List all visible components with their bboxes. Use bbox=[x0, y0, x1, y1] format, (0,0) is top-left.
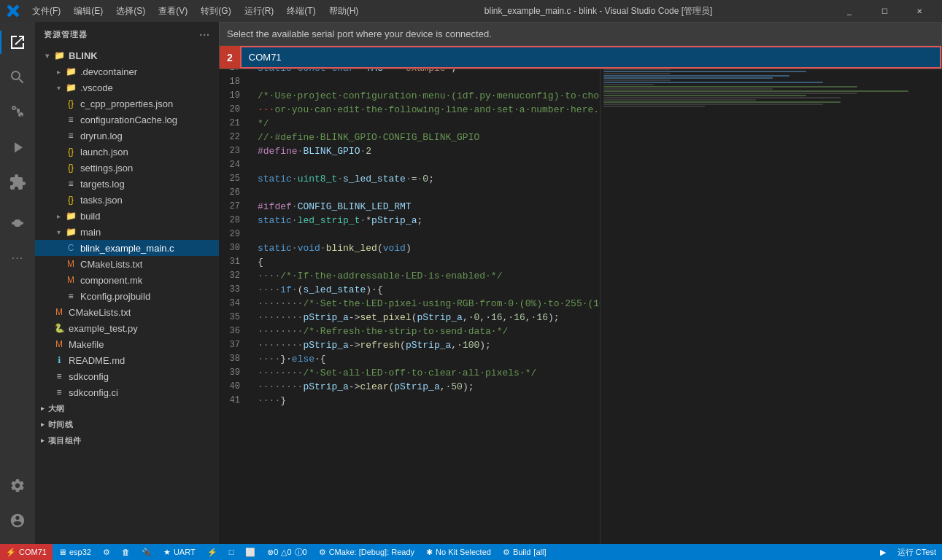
tree-item-main[interactable]: ▾ 📁 main bbox=[35, 224, 219, 240]
tree-item-component-mk[interactable]: M component.mk bbox=[35, 272, 219, 288]
tree-item-cprop[interactable]: {} c_cpp_properties.json bbox=[35, 96, 219, 112]
menu-select[interactable]: 选择(S) bbox=[110, 4, 151, 19]
status-com71[interactable]: ⚡ COM71 bbox=[0, 544, 53, 560]
code-line-31: { bbox=[258, 255, 600, 269]
monitor-icon: □ bbox=[229, 548, 234, 556]
vscode-logo-icon bbox=[6, 4, 20, 18]
code-line-21: */ bbox=[258, 117, 600, 131]
code-line-37: ········pStrip_a->refresh(pStrip_a,·100)… bbox=[258, 338, 600, 352]
status-no-kit[interactable]: ✱ No Kit Selected bbox=[420, 544, 497, 560]
code-line-24 bbox=[258, 158, 600, 172]
sidebar-project-components[interactable]: ▸ 项目组件 bbox=[35, 432, 219, 448]
dropdown-search-text: Select the available serial port where y… bbox=[220, 23, 941, 46]
serial-port-dropdown[interactable]: Select the available serial port where y… bbox=[219, 22, 942, 69]
tree-item-example-test[interactable]: 🐍 example_test.py bbox=[35, 320, 219, 336]
activity-debug[interactable] bbox=[0, 130, 35, 165]
code-line-41: ····} bbox=[258, 394, 600, 408]
menu-edit[interactable]: 编辑(E) bbox=[68, 4, 109, 19]
code-line-28: static·led_strip_t·*pStrip_a; bbox=[258, 214, 600, 228]
activity-bar: ··· bbox=[0, 22, 35, 544]
code-line-33: ····if·(s_led_state)·{ bbox=[258, 283, 600, 297]
code-line-30: static·void·blink_led(void) bbox=[258, 241, 600, 255]
sidebar-outline[interactable]: ▸ 大纲 bbox=[35, 400, 219, 416]
status-openocd[interactable]: ⬜ bbox=[239, 544, 261, 560]
trash-icon: 🗑 bbox=[122, 548, 130, 556]
sidebar: 资源管理器 ··· ▾ 📁 BLINK ▸ 📁 .devcontainer ▾ … bbox=[35, 22, 219, 544]
menu-terminal[interactable]: 终端(T) bbox=[281, 4, 321, 19]
activity-settings[interactable] bbox=[0, 468, 35, 503]
tree-item-vscode[interactable]: ▾ 📁 .vscode bbox=[35, 79, 219, 96]
code-line-20: ···or·you·can·edit·the·following·line·an… bbox=[258, 103, 600, 117]
tree-item-targets[interactable]: ≡ targets.log bbox=[35, 176, 219, 192]
sidebar-timeline[interactable]: ▸ 时间线 bbox=[35, 416, 219, 432]
tree-item-sdkconfig-ci[interactable]: ≡ sdkconfig.ci bbox=[35, 384, 219, 400]
activity-source-control[interactable] bbox=[0, 95, 35, 130]
minimize-button[interactable]: ⎯ bbox=[833, 0, 866, 22]
status-uart[interactable]: ★ UART bbox=[158, 544, 201, 560]
status-flash[interactable]: ⚡ bbox=[201, 544, 223, 560]
tree-item-cmake-root[interactable]: M CMakeLists.txt bbox=[35, 304, 219, 320]
line-numbers: 16 17 18 19 20 21 22 23 24 25 26 27 28 2… bbox=[219, 47, 252, 544]
code-content[interactable]: static·const·char·*TAG·=·"example"; /*·U… bbox=[252, 47, 600, 544]
main-area: ··· 资源管理器 ··· ▾ 📁 BLINK ▸ bbox=[0, 22, 942, 544]
tree-item-kconfig[interactable]: ≡ Kconfig.projbuild bbox=[35, 288, 219, 304]
tree-item-dryrun[interactable]: ≡ dryrun.log bbox=[35, 128, 219, 144]
sidebar-tree: ▾ 📁 BLINK ▸ 📁 .devcontainer ▾ 📁 .vscode … bbox=[35, 47, 219, 544]
status-esp32[interactable]: 🖥 esp32 bbox=[53, 544, 97, 560]
code-line-27: #ifdef·CONFIG_BLINK_LED_RMT bbox=[258, 200, 600, 214]
status-plug[interactable]: 🔌 bbox=[136, 544, 158, 560]
menu-help[interactable]: 帮助(H) bbox=[323, 4, 365, 19]
status-monitor[interactable]: □ bbox=[223, 544, 240, 560]
settings-gear-icon: ⚙ bbox=[103, 548, 110, 557]
status-trash[interactable]: 🗑 bbox=[116, 544, 136, 560]
code-line-29 bbox=[258, 228, 600, 241]
activity-account[interactable] bbox=[0, 503, 35, 538]
status-run-arrow[interactable]: ▶ bbox=[874, 544, 892, 560]
activity-explorer[interactable] bbox=[0, 25, 35, 60]
chip-icon: 🖥 bbox=[58, 548, 66, 556]
dropdown-item-com71[interactable]: COM71 bbox=[240, 46, 941, 69]
dropdown-number: 2 bbox=[220, 46, 240, 69]
tree-item-blink[interactable]: ▾ 📁 BLINK bbox=[35, 47, 219, 63]
status-errors[interactable]: ⊗0 △0 ⓘ0 bbox=[261, 544, 312, 560]
tree-item-cmake-inner[interactable]: M CMakeLists.txt bbox=[35, 256, 219, 272]
activity-more[interactable]: ··· bbox=[0, 241, 35, 276]
tree-item-readme[interactable]: ℹ README.md bbox=[35, 352, 219, 368]
menu-goto[interactable]: 转到(G) bbox=[195, 4, 236, 19]
activity-extensions[interactable] bbox=[0, 165, 35, 200]
run-arrow-icon: ▶ bbox=[880, 548, 886, 557]
tree-item-confcache[interactable]: ≡ configurationCache.log bbox=[35, 112, 219, 128]
tree-item-devcontainer[interactable]: ▸ 📁 .devcontainer bbox=[35, 63, 219, 79]
tree-item-makefile[interactable]: M Makefile bbox=[35, 336, 219, 352]
maximize-button[interactable]: ☐ bbox=[868, 0, 901, 22]
tree-item-tasks[interactable]: {} tasks.json bbox=[35, 192, 219, 208]
plug-icon: 🔌 bbox=[142, 548, 152, 557]
menu-file[interactable]: 文件(F) bbox=[26, 4, 66, 19]
window-title: blink_example_main.c - blink - Visual St… bbox=[364, 5, 833, 18]
status-settings[interactable]: ⚙ bbox=[97, 544, 116, 560]
build-icon: ⚙ bbox=[503, 548, 510, 557]
flash-icon: ⚡ bbox=[207, 548, 217, 557]
code-line-36: ········/*·Refresh·the·strip·to·send·dat… bbox=[258, 324, 600, 338]
tree-item-blink-main-c[interactable]: C blink_example_main.c bbox=[35, 240, 219, 256]
activity-remote[interactable] bbox=[0, 206, 35, 241]
status-ctest[interactable]: 运行 CTest bbox=[892, 544, 942, 560]
menu-view[interactable]: 查看(V) bbox=[153, 4, 193, 19]
tree-item-sdkconfig[interactable]: ≡ sdkconfig bbox=[35, 368, 219, 384]
tree-item-build[interactable]: ▸ 📁 build bbox=[35, 208, 219, 224]
close-button[interactable]: ✕ bbox=[903, 0, 936, 22]
sidebar-more-icon[interactable]: ··· bbox=[199, 29, 210, 41]
status-right: ▶ 运行 CTest bbox=[874, 544, 942, 560]
code-line-23: #define·BLINK_GPIO·2 bbox=[258, 144, 600, 158]
star-icon: ★ bbox=[163, 548, 171, 557]
activity-search[interactable] bbox=[0, 60, 35, 95]
tree-item-settings[interactable]: {} settings.json bbox=[35, 160, 219, 176]
code-line-18 bbox=[258, 75, 600, 89]
openocd-icon: ⬜ bbox=[245, 548, 255, 557]
status-cmake[interactable]: ⚙ CMake: [Debug]: Ready bbox=[313, 544, 420, 560]
sidebar-header: 资源管理器 ··· bbox=[35, 22, 219, 47]
code-line-38: ····}·else·{ bbox=[258, 352, 600, 366]
status-build[interactable]: ⚙ Build [all] bbox=[497, 544, 552, 560]
tree-item-launch[interactable]: {} launch.json bbox=[35, 144, 219, 160]
menu-run[interactable]: 运行(R) bbox=[239, 4, 280, 19]
